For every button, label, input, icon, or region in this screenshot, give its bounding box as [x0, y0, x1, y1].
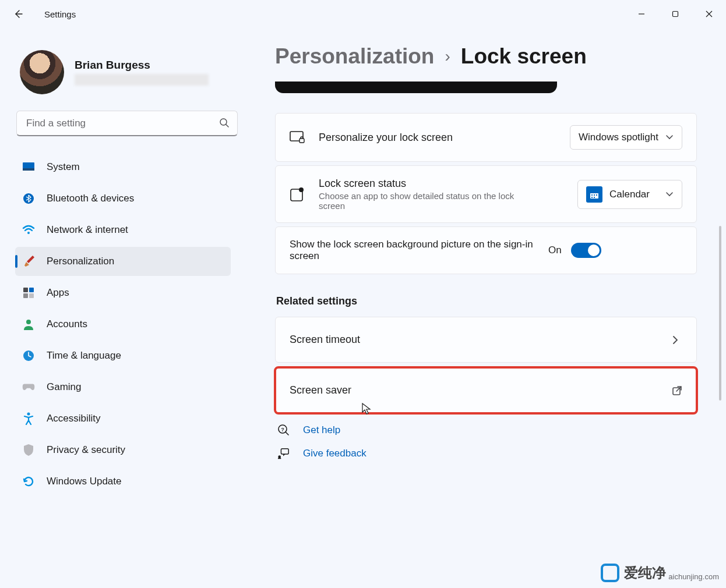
lock-screen-icon [290, 130, 305, 145]
sidebar-item-apps[interactable]: Apps [15, 278, 231, 307]
external-link-icon [672, 385, 682, 396]
maximize-button[interactable] [658, 2, 692, 26]
help-link-get-help[interactable]: ? Get help [277, 424, 697, 437]
wifi-icon [22, 224, 35, 236]
sidebar-item-accounts[interactable]: Accounts [15, 310, 231, 339]
user-name: Brian Burgess [75, 59, 209, 72]
link-screen-saver[interactable]: Screen saver [275, 367, 697, 413]
dropdown-status-app[interactable]: Calendar [577, 180, 682, 209]
scrollbar[interactable] [719, 226, 721, 401]
sidebar-item-accessibility[interactable]: Accessibility [15, 404, 231, 433]
user-block[interactable]: Brian Burgess [20, 50, 225, 94]
back-button[interactable] [9, 5, 27, 23]
sidebar-item-label: Apps [47, 287, 69, 299]
svg-rect-18 [590, 191, 598, 193]
sidebar: Brian Burgess System Bluetooth & devices… [0, 28, 245, 588]
watermark: 爱纯净 aichunjing.com [601, 564, 719, 582]
sidebar-item-label: Accounts [47, 318, 87, 330]
chevron-down-icon [665, 132, 674, 143]
accessibility-icon [22, 412, 35, 425]
sidebar-item-label: Personalization [47, 256, 114, 267]
cursor-icon [362, 403, 371, 419]
svg-rect-21 [596, 194, 597, 196]
card-subtitle: Choose an app to show detailed status on… [319, 191, 528, 211]
svg-point-1 [220, 119, 227, 125]
arrow-left-icon [13, 9, 23, 19]
card-personalize-lock-screen[interactable]: Personalize your lock screen Windows spo… [275, 113, 697, 162]
clock-globe-icon [22, 349, 35, 362]
dropdown-value: Windows spotlight [579, 132, 658, 143]
sidebar-item-label: Bluetooth & devices [47, 193, 134, 204]
link-label: Screen saver [290, 384, 351, 396]
toggle-signin-background[interactable] [571, 243, 601, 258]
svg-rect-20 [594, 194, 595, 196]
link-screen-timeout[interactable]: Screen timeout [275, 317, 697, 363]
link-label[interactable]: Give feedback [303, 448, 366, 459]
svg-point-5 [27, 232, 30, 234]
minimize-button[interactable] [625, 2, 658, 26]
lock-screen-preview [275, 82, 557, 93]
app-title: Settings [44, 9, 76, 19]
svg-rect-7 [29, 288, 34, 292]
apps-icon [22, 286, 35, 299]
svg-rect-14 [299, 139, 304, 143]
sidebar-item-windows-update[interactable]: Windows Update [15, 467, 231, 496]
sidebar-item-gaming[interactable]: Gaming [15, 373, 231, 402]
shield-icon [22, 444, 35, 456]
user-email-redacted [75, 74, 209, 86]
watermark-text: 爱纯净 [624, 564, 666, 582]
minimize-icon [638, 10, 645, 17]
search-wrap [16, 111, 238, 136]
dropdown-lock-screen-source[interactable]: Windows spotlight [570, 125, 682, 150]
nav: System Bluetooth & devices Network & int… [14, 153, 231, 496]
calendar-icon [586, 186, 602, 203]
search-input[interactable] [16, 111, 238, 136]
sidebar-item-system[interactable]: System [15, 153, 231, 182]
card-lock-screen-status[interactable]: Lock screen status Choose an app to show… [275, 165, 697, 223]
svg-rect-3 [23, 168, 34, 171]
svg-text:?: ? [281, 427, 284, 433]
svg-rect-6 [23, 288, 28, 292]
svg-rect-27 [281, 449, 288, 454]
sidebar-item-personalization[interactable]: Personalization [15, 247, 231, 276]
svg-point-12 [27, 413, 30, 416]
section-heading-related: Related settings [276, 295, 697, 307]
feedback-icon [277, 447, 290, 460]
dropdown-value: Calendar [609, 189, 650, 200]
sidebar-item-label: Network & internet [47, 224, 128, 236]
help-link-feedback[interactable]: Give feedback [277, 447, 697, 460]
help-icon: ? [277, 424, 290, 437]
sidebar-item-label: Accessibility [47, 413, 101, 424]
sidebar-item-network[interactable]: Network & internet [15, 215, 231, 245]
svg-rect-8 [23, 293, 28, 298]
paintbrush-icon [22, 255, 35, 268]
close-icon [706, 10, 713, 17]
svg-point-10 [26, 320, 31, 324]
link-label: Screen timeout [290, 334, 360, 346]
watermark-logo-icon [601, 564, 619, 582]
sidebar-item-privacy[interactable]: Privacy & security [15, 435, 231, 465]
person-icon [22, 318, 35, 331]
title-bar: Settings [0, 0, 726, 28]
page-title: Lock screen [461, 44, 587, 69]
card-title: Personalize your lock screen [319, 132, 556, 144]
sidebar-item-label: Gaming [47, 381, 82, 393]
svg-rect-22 [591, 197, 593, 198]
avatar [20, 50, 64, 94]
svg-point-16 [299, 187, 304, 192]
close-button[interactable] [692, 2, 726, 26]
sidebar-item-bluetooth[interactable]: Bluetooth & devices [15, 184, 231, 213]
sidebar-item-time-language[interactable]: Time & language [15, 341, 231, 370]
breadcrumb: Personalization › Lock screen [275, 44, 697, 69]
chevron-right-icon: › [445, 47, 450, 66]
svg-rect-0 [673, 12, 678, 17]
main-content: Personalization › Lock screen Personaliz… [245, 28, 726, 588]
window-controls [625, 2, 726, 26]
link-label[interactable]: Get help [303, 424, 340, 436]
display-icon [22, 161, 35, 173]
watermark-url: aichunjing.com [668, 572, 719, 581]
sidebar-item-label: System [47, 161, 80, 173]
card-show-signin-background: Show the lock screen background picture … [275, 226, 697, 274]
breadcrumb-parent[interactable]: Personalization [275, 44, 434, 69]
svg-rect-9 [29, 293, 34, 298]
